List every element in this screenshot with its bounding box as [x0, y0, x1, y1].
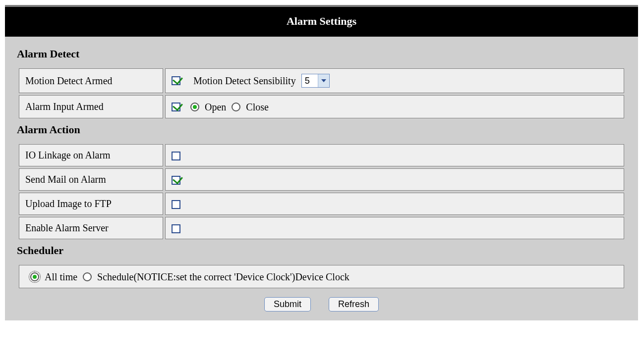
- checkbox-alarm-input[interactable]: [172, 103, 180, 111]
- section-title-scheduler: Scheduler: [17, 244, 626, 257]
- radio-scheduler-schedule[interactable]: [83, 272, 92, 281]
- label-scheduler-alltime: All time: [45, 271, 77, 282]
- refresh-button[interactable]: Refresh: [329, 297, 379, 312]
- value-motion-detect: Motion Detect Sensibility 5: [165, 68, 624, 93]
- checkbox-action-ftp[interactable]: [172, 200, 180, 209]
- row-motion-detect: Motion Detect Armed Motion Detect Sensib…: [19, 68, 624, 93]
- chevron-down-icon[interactable]: [318, 74, 329, 87]
- checkbox-action-server[interactable]: [172, 224, 180, 233]
- label-motion-detect: Motion Detect Armed: [19, 68, 163, 93]
- section-title-action: Alarm Action: [17, 123, 626, 136]
- value-action-ftp: [165, 193, 624, 215]
- row-action-ftp: Upload Image to FTP: [19, 193, 624, 215]
- row-action-io: IO Linkage on Alarm: [19, 144, 624, 166]
- label-action-ftp: Upload Image to FTP: [19, 193, 163, 215]
- settings-panel: Alarm Detect Motion Detect Armed Motion …: [5, 37, 638, 320]
- value-action-io: [165, 144, 624, 166]
- label-scheduler-schedule: Schedule(NOTICE:set the correct 'Device …: [97, 271, 350, 282]
- checkbox-action-mail[interactable]: [172, 176, 180, 185]
- scheduler-table: All time Schedule(NOTICE:set the correct…: [17, 263, 626, 290]
- submit-button[interactable]: Submit: [264, 297, 311, 312]
- label-mode-close: Close: [246, 102, 269, 112]
- label-action-mail: Send Mail on Alarm: [19, 168, 163, 191]
- detect-table: Motion Detect Armed Motion Detect Sensib…: [17, 66, 626, 120]
- value-alarm-input: Open Close: [165, 95, 624, 118]
- select-sensibility[interactable]: 5: [301, 74, 330, 88]
- label-mode-open: Open: [205, 102, 226, 112]
- row-action-mail: Send Mail on Alarm: [19, 168, 624, 191]
- radio-mode-close[interactable]: [232, 103, 240, 111]
- row-action-server: Enable Alarm Server: [19, 217, 624, 239]
- row-scheduler: All time Schedule(NOTICE:set the correct…: [19, 265, 624, 288]
- select-sensibility-value: 5: [302, 74, 318, 87]
- action-table: IO Linkage on AlarmSend Mail on AlarmUpl…: [17, 142, 626, 241]
- label-alarm-input: Alarm Input Armed: [19, 95, 163, 118]
- value-scheduler: All time Schedule(NOTICE:set the correct…: [19, 265, 624, 288]
- radio-mode-open[interactable]: [190, 103, 199, 111]
- button-row: Submit Refresh: [17, 297, 626, 312]
- page-title: Alarm Settings: [5, 7, 638, 37]
- label-action-server: Enable Alarm Server: [19, 217, 163, 239]
- radio-scheduler-alltime[interactable]: [30, 272, 39, 281]
- checkbox-action-io[interactable]: [172, 152, 180, 160]
- value-action-server: [165, 217, 624, 239]
- value-action-mail: [165, 168, 624, 191]
- checkbox-motion-detect[interactable]: [172, 76, 180, 85]
- section-title-detect: Alarm Detect: [17, 48, 626, 60]
- row-alarm-input: Alarm Input Armed Open Close: [19, 95, 624, 118]
- label-sensibility: Motion Detect Sensibility: [193, 75, 296, 86]
- label-action-io: IO Linkage on Alarm: [19, 144, 163, 166]
